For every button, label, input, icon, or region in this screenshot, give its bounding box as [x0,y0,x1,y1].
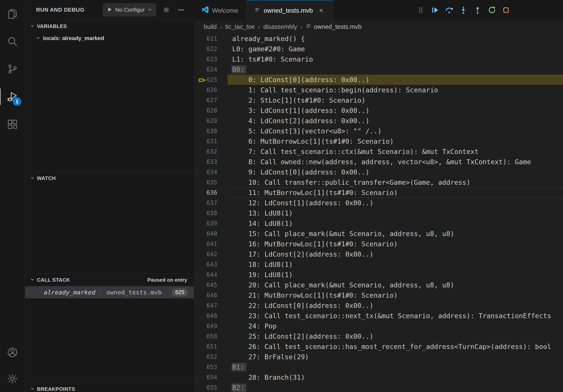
code-line[interactable]: 638 13: LdU8(1) [194,208,563,218]
activity-item-settings[interactable] [0,366,25,392]
line-gutter[interactable]: 625 [194,75,232,85]
close-icon[interactable] [317,7,325,14]
line-gutter[interactable]: 642 [194,249,232,259]
code-line[interactable]: 625 0: LdConst[0](address: 0x00..) [194,75,563,85]
activity-item-extensions[interactable] [0,111,25,138]
line-gutter[interactable]: 636 [194,187,232,198]
toolbar-drag-handle[interactable] [416,5,426,15]
activity-item-search[interactable] [0,28,25,55]
step-over-button[interactable] [444,5,454,15]
line-gutter[interactable]: 639 [194,218,232,229]
step-into-button[interactable] [459,5,468,15]
line-gutter[interactable]: 624 [194,64,232,75]
code-line[interactable]: 651 26: Call test_scenario::has_most_rec… [194,341,563,352]
line-gutter[interactable]: 622 [194,44,232,54]
variables-scope-row[interactable]: locals: already_marked [25,33,194,44]
line-gutter[interactable]: 634 [194,167,232,177]
code-line[interactable]: 640 15: Call place_mark(&mut Scenario, a… [194,229,563,239]
line-gutter[interactable]: 651 [194,341,232,352]
debug-start-icon[interactable] [107,7,113,13]
line-gutter[interactable]: 644 [194,270,232,280]
code-line[interactable]: 631 6: MutBorrowLoc[1](ts#1#0: Scenario) [194,136,563,146]
code-line[interactable]: 636 11: MutBorrowLoc[1](ts#1#0: Scenario… [194,187,563,198]
code-line[interactable]: 654 28: Branch(31) [194,372,563,382]
debug-config-dropdown[interactable]: No Configur [103,3,156,16]
line-gutter[interactable]: 654 [194,372,232,382]
watch-section-header[interactable]: WATCH [25,172,194,184]
code-line[interactable]: 630 5: LdConst[3](vector<u8>: "" /..) [194,126,563,136]
line-gutter[interactable]: 630 [194,126,232,136]
line-gutter[interactable]: 626 [194,85,232,95]
code-line[interactable]: 655 B2: [194,382,563,392]
breadcrumb-item-file[interactable]: owned_tests.mvb [306,23,361,31]
code-line[interactable]: 635 10: Call transfer::public_transfer<G… [194,177,563,187]
code-line[interactable]: 632 7: Call test_scenario::ctx(&mut Scen… [194,146,563,157]
tab-welcome[interactable]: Welcome [194,0,246,21]
line-gutter[interactable]: 648 [194,311,232,321]
code-line[interactable]: 642 17: LdConst[2](address: 0x00..) [194,249,563,259]
call-stack-section-header[interactable]: CALL STACK Paused on entry [25,274,194,286]
code-line[interactable]: 641 16: MutBorrowLoc[1](ts#1#0: Scenario… [194,239,563,249]
line-gutter[interactable]: 641 [194,239,232,249]
code-line[interactable]: 622 L0: game#2#0: Game [194,44,563,54]
call-stack-frame[interactable]: already_marked owned_tests.mvb 625 [25,286,194,299]
code-line[interactable]: 650 25: LdConst[2](address: 0x00..) [194,331,563,341]
line-gutter[interactable]: 652 [194,352,232,362]
tab-owned-tests[interactable]: owned_tests.mvb [246,0,333,21]
line-gutter[interactable]: 645 [194,280,232,290]
code-line[interactable]: 643 18: LdU8(1) [194,259,563,270]
debug-settings-gear-button[interactable] [162,6,171,14]
code-line[interactable]: 637 12: LdConst[1](address: 0x00..) [194,198,563,208]
code-line[interactable]: 644 19: LdU8(1) [194,270,563,280]
code-line[interactable]: 649 24: Pop [194,321,563,331]
line-gutter[interactable]: 640 [194,229,232,239]
activity-item-explorer[interactable] [0,0,25,28]
stop-button[interactable] [501,5,511,15]
code-line[interactable]: 624 B0: [194,64,563,75]
line-gutter[interactable]: 627 [194,95,232,105]
code-line[interactable]: 639 14: LdU8(1) [194,218,563,229]
code-line[interactable]: 623 L1: ts#1#0: Scenario [194,54,563,64]
activity-item-source-control[interactable] [0,55,25,83]
activity-item-accounts[interactable] [0,339,25,366]
line-gutter[interactable]: 629 [194,116,232,126]
breakpoints-section-header[interactable]: BREAKPOINTS [25,383,194,392]
line-gutter[interactable]: 621 [194,34,232,44]
code-line[interactable]: 647 22: LdConst[0](address: 0x00..) [194,301,563,311]
line-gutter[interactable]: 638 [194,208,232,218]
line-gutter[interactable]: 632 [194,146,232,157]
code-line[interactable]: 628 3: LdConst[1](address: 0x00..) [194,105,563,116]
breadcrumb-item[interactable]: disassembly [263,23,297,30]
line-gutter[interactable]: 643 [194,259,232,270]
line-gutter[interactable]: 623 [194,54,232,64]
line-gutter[interactable]: 647 [194,301,232,311]
code-line[interactable]: 621 already_marked() { [194,34,563,44]
code-line[interactable]: 634 9: LdConst[0](address: 0x00..) [194,167,563,177]
line-gutter[interactable]: 655 [194,382,232,392]
line-gutter[interactable]: 635 [194,177,232,187]
line-gutter[interactable]: 646 [194,290,232,301]
line-gutter[interactable]: 637 [194,198,232,208]
step-out-button[interactable] [473,5,483,15]
line-gutter[interactable]: 631 [194,136,232,146]
code-line[interactable]: 646 21: MutBorrowLoc[1](ts#1#0: Scenario… [194,290,563,301]
line-gutter[interactable]: 628 [194,105,232,116]
line-gutter[interactable]: 650 [194,331,232,341]
breadcrumb-item[interactable]: tic_tac_toe [225,23,255,30]
code-line[interactable]: 629 4: LdConst[2](address: 0x00..) [194,116,563,126]
code-line[interactable]: 648 23: Call test_scenario::next_tx(&mut… [194,311,563,321]
code-line[interactable]: 633 8: Call owned::new(address, address,… [194,157,563,167]
activity-item-run-and-debug[interactable]: 1 [0,83,25,111]
continue-button[interactable] [430,5,440,15]
code-line[interactable]: 652 27: BrFalse(29) [194,352,563,362]
line-gutter[interactable]: 633 [194,157,232,167]
line-gutter[interactable]: 649 [194,321,232,331]
code-line[interactable]: 627 2: StLoc[1](ts#1#0: Scenario) [194,95,563,105]
variables-section-header[interactable]: VARIABLES [25,20,194,33]
breadcrumb-item[interactable]: build [204,23,217,30]
more-actions-button[interactable] [177,6,185,14]
code-line[interactable]: 645 20: Call place_mark(&mut Scenario, a… [194,280,563,290]
line-gutter[interactable]: 653 [194,362,232,372]
code-line[interactable]: 626 1: Call test_scenario::begin(address… [194,85,563,95]
code-line[interactable]: 653 B1: [194,362,563,372]
